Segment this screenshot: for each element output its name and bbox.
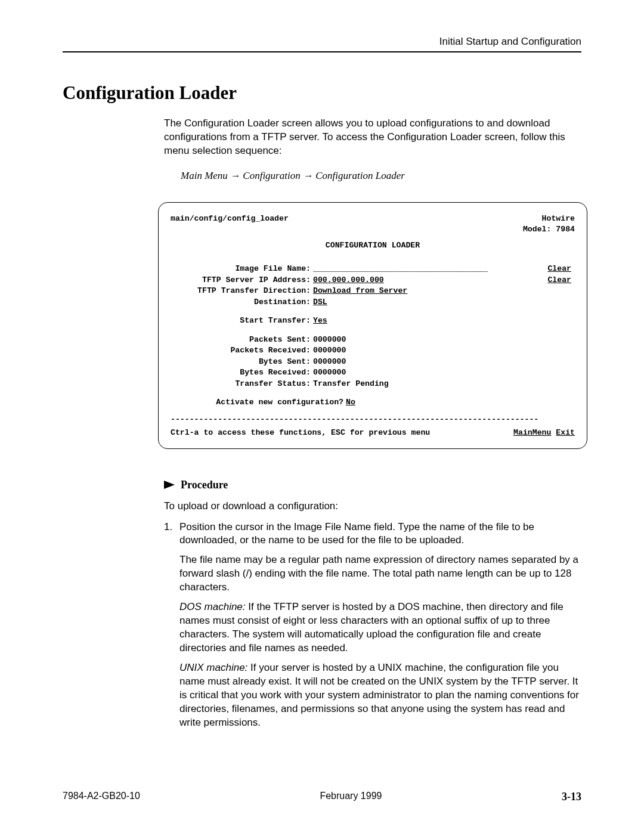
label-transfer-status: Transfer Status: (171, 379, 313, 389)
value-transfer-status: Transfer Pending (313, 379, 389, 389)
value-start-transfer[interactable]: Yes (313, 315, 327, 326)
arrow-right-icon (164, 481, 175, 489)
running-header: Initial Startup and Configuration (63, 36, 581, 52)
terminal-screen: main/config/config_loader Hotwire Model:… (158, 202, 587, 449)
page-number: 3-13 (562, 791, 581, 803)
terminal-path: main/config/config_loader (171, 213, 289, 224)
value-transfer-direction[interactable]: Download from Server (313, 286, 407, 296)
terminal-mainmenu[interactable]: MainMenu (513, 428, 551, 437)
label-bytes-received: Bytes Received: (171, 367, 313, 378)
label-bytes-sent: Bytes Sent: (171, 357, 313, 367)
step-number: 1. (164, 521, 179, 736)
section-title: Configuration Loader (63, 82, 581, 104)
terminal-footer-hint: Ctrl-a to access these functions, ESC fo… (171, 428, 430, 438)
value-packets-received: 0000000 (313, 345, 346, 356)
procedure-label: Procedure (181, 479, 228, 491)
terminal-brand: Hotwire (542, 213, 575, 224)
value-image-file-name[interactable]: _____________________________________ (313, 264, 488, 274)
doc-id: 7984-A2-GB20-10 (63, 791, 140, 803)
page-footer: 7984-A2-GB20-10 February 1999 3-13 (63, 791, 581, 803)
label-tftp-ip: TFTP Server IP Address: (171, 275, 313, 286)
value-destination[interactable]: DSL (313, 297, 327, 308)
clear-tftp-ip[interactable]: Clear (547, 275, 575, 286)
terminal-title: CONFIGURATION LOADER (171, 240, 575, 251)
value-bytes-received: 0000000 (313, 367, 346, 378)
step1-unix-note: UNIX machine: If your server is hosted b… (179, 661, 581, 730)
label-destination: Destination: (171, 297, 313, 308)
value-packets-sent: 0000000 (313, 335, 346, 345)
menu-path: Main Menu → Configuration → Configuratio… (181, 170, 581, 182)
step1-dos-note: DOS machine: If the TFTP server is hoste… (179, 600, 581, 655)
procedure-step-1: 1. Position the cursor in the Image File… (164, 521, 581, 743)
label-packets-sent: Packets Sent: (171, 335, 313, 345)
value-activate[interactable]: No (346, 397, 355, 408)
dos-label: DOS machine: (179, 601, 246, 612)
procedure-lead: To upload or download a configuration: (164, 500, 581, 513)
step1-text: Position the cursor in the Image File Na… (179, 521, 581, 548)
step1-path-note: The file name may be a regular path name… (179, 553, 581, 594)
intro-paragraph: The Configuration Loader screen allows y… (164, 117, 581, 158)
doc-date: February 1999 (320, 791, 382, 803)
value-tftp-ip[interactable]: 000.000.000.000 (313, 275, 384, 286)
label-activate: Activate new configuration? (171, 397, 346, 408)
label-image-file-name: Image File Name: (171, 264, 313, 274)
svg-marker-0 (164, 481, 175, 489)
clear-image-file-name[interactable]: Clear (547, 264, 575, 274)
label-transfer-direction: TFTP Transfer Direction: (171, 286, 313, 296)
procedure-header: Procedure (164, 479, 581, 491)
label-start-transfer: Start Transfer: (171, 315, 313, 326)
label-packets-received: Packets Received: (171, 345, 313, 356)
terminal-model: Model: 7984 (171, 224, 575, 235)
unix-label: UNIX machine: (179, 662, 247, 673)
separator-line: ----------------------------------------… (171, 414, 575, 425)
terminal-exit[interactable]: Exit (556, 428, 575, 437)
value-bytes-sent: 0000000 (313, 357, 346, 367)
